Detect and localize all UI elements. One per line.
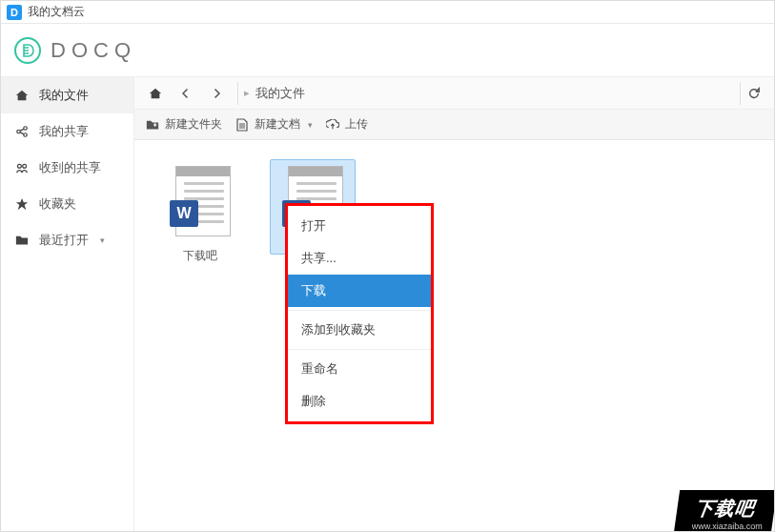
sidebar-item-label: 我的文件: [39, 87, 89, 104]
context-menu-rename[interactable]: 重命名: [288, 353, 431, 385]
breadcrumb-path[interactable]: ▸ 我的文件: [237, 82, 736, 105]
svg-point-3: [17, 164, 21, 168]
home-icon: [14, 88, 30, 103]
nav-forward-button[interactable]: [203, 82, 230, 105]
svg-point-1: [24, 127, 28, 131]
received-icon: [14, 160, 30, 175]
svg-point-4: [23, 164, 27, 168]
window-title: 我的文档云: [28, 4, 85, 20]
recent-icon: [14, 233, 30, 248]
new-folder-icon: [146, 118, 159, 132]
watermark: 下载吧 www.xiazaiba.com: [674, 490, 775, 532]
watermark-text: 下载吧: [693, 498, 756, 519]
file-grid[interactable]: W 下载吧 W: [134, 140, 774, 532]
sidebar-item-label: 我的共享: [39, 123, 89, 140]
upload-icon: [326, 118, 339, 132]
menu-separator: [288, 310, 431, 311]
refresh-button[interactable]: [740, 82, 766, 105]
window-title-bar: D 我的文档云: [1, 1, 774, 24]
file-name: 下载吧: [183, 248, 217, 264]
new-folder-button[interactable]: 新建文件夹: [146, 116, 222, 133]
star-icon: [14, 196, 30, 212]
new-doc-button[interactable]: 新建文档 ▾: [235, 116, 313, 133]
sidebar-item-recent[interactable]: 最近打开 ▾: [1, 222, 133, 258]
brand-name: DOCQ: [51, 38, 136, 63]
toolbar: 新建文件夹 新建文档 ▾ 上传: [134, 110, 774, 140]
sidebar-item-label: 最近打开: [39, 232, 89, 249]
nav-home-button[interactable]: [142, 82, 169, 105]
share-icon: [14, 124, 30, 139]
context-menu-add-favorite[interactable]: 添加到收藏夹: [288, 314, 431, 346]
breadcrumb-separator-icon: ▸: [244, 87, 250, 99]
context-menu-download[interactable]: 下载: [288, 275, 431, 307]
watermark-url: www.xiazaiba.com: [692, 522, 763, 531]
file-item[interactable]: W 下载吧: [157, 159, 243, 271]
toolbar-label: 新建文件夹: [165, 116, 222, 133]
svg-point-0: [17, 130, 21, 133]
sidebar-item-received-shares[interactable]: 收到的共享: [1, 150, 133, 186]
breadcrumb-segment: 我的文件: [255, 85, 305, 102]
menu-separator: [288, 349, 431, 350]
breadcrumb-bar: ▸ 我的文件: [134, 77, 774, 110]
chevron-down-icon: ▾: [308, 120, 313, 130]
toolbar-label: 新建文档: [255, 116, 300, 133]
context-menu-open[interactable]: 打开: [288, 210, 431, 242]
context-menu-delete[interactable]: 删除: [288, 385, 431, 418]
chevron-down-icon: ▾: [100, 235, 105, 245]
sidebar-item-my-files[interactable]: 我的文件: [1, 77, 133, 113]
brand-logo: DOCQ: [14, 37, 136, 64]
sidebar-item-label: 收到的共享: [39, 159, 101, 176]
sidebar: 我的文件 我的共享 收到的共享 收藏夹 最近打开 ▾: [1, 77, 134, 532]
new-doc-icon: [235, 118, 249, 132]
upload-button[interactable]: 上传: [326, 116, 368, 133]
context-menu-share[interactable]: 共享...: [288, 242, 431, 275]
word-doc-icon: W: [170, 166, 231, 240]
sidebar-item-label: 收藏夹: [39, 195, 76, 213]
sidebar-item-favorites[interactable]: 收藏夹: [1, 186, 133, 222]
context-menu: 打开 共享... 下载 添加到收藏夹 重命名 删除: [285, 203, 434, 424]
toolbar-label: 上传: [345, 116, 368, 133]
nav-back-button[interactable]: [173, 82, 199, 105]
app-header: DOCQ: [1, 24, 774, 77]
svg-point-2: [24, 133, 28, 137]
favicon-icon: D: [7, 5, 22, 20]
sidebar-item-my-shares[interactable]: 我的共享: [1, 113, 133, 150]
main-panel: ▸ 我的文件 新建文件夹 新建文档 ▾ 上传: [134, 77, 774, 532]
brand-mark-icon: [14, 37, 41, 64]
